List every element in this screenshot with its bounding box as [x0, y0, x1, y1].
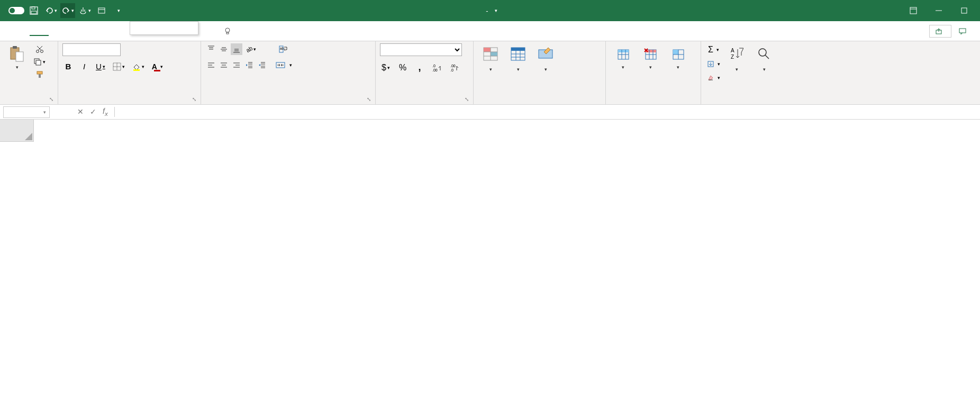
- tab-file[interactable]: [11, 27, 30, 35]
- comment-icon: [959, 28, 966, 35]
- autosave-toggle[interactable]: [5, 7, 24, 14]
- svg-rect-23: [39, 74, 41, 78]
- orientation-button[interactable]: ab▾: [243, 43, 258, 55]
- minimize-button[interactable]: [928, 3, 949, 18]
- align-bottom-button[interactable]: [231, 43, 242, 55]
- svg-text:ab: ab: [280, 47, 284, 50]
- merge-center-button[interactable]: ▾: [274, 59, 294, 71]
- delete-cells-button[interactable]: ▾: [638, 43, 663, 72]
- select-all-corner[interactable]: [0, 120, 34, 142]
- redo-dropdown-menu: [130, 21, 198, 35]
- format-as-table-button[interactable]: ▾: [505, 43, 531, 75]
- bold-button[interactable]: B: [62, 60, 74, 72]
- clear-button[interactable]: ▾: [705, 72, 722, 84]
- svg-rect-10: [226, 32, 229, 34]
- name-box[interactable]: ▾: [3, 106, 50, 118]
- svg-text:.00: .00: [450, 64, 456, 68]
- svg-rect-8: [961, 8, 967, 13]
- decrease-indent-button[interactable]: [243, 59, 255, 71]
- borders-button[interactable]: ▾: [111, 61, 126, 72]
- conditional-formatting-button[interactable]: ▾: [478, 43, 503, 75]
- group-label-styles: [478, 101, 601, 103]
- svg-point-17: [40, 50, 43, 53]
- percent-format-button[interactable]: %: [397, 61, 409, 74]
- formula-bar: ▾ ✕ ✓ fx: [0, 105, 980, 120]
- tell-me-search[interactable]: [223, 27, 236, 35]
- svg-line-19: [37, 46, 41, 50]
- format-painter-button[interactable]: [32, 69, 47, 80]
- svg-text:.0: .0: [450, 68, 453, 72]
- increase-decimal-button[interactable]: .0.00: [431, 62, 443, 74]
- customize-qat-icon[interactable]: [94, 3, 109, 18]
- qat-more-icon[interactable]: ▾: [111, 3, 126, 18]
- find-icon: [756, 46, 773, 62]
- title-dropdown-icon[interactable]: ▾: [495, 8, 497, 13]
- dropdown-item-cancel[interactable]: [130, 30, 198, 34]
- autosum-button[interactable]: Σ▾: [705, 43, 722, 56]
- group-label-alignment: ⤡: [205, 101, 371, 103]
- increase-indent-button[interactable]: [256, 59, 268, 71]
- launcher-icon[interactable]: ⤡: [465, 96, 469, 102]
- delete-icon: [642, 46, 659, 62]
- lightbulb-icon: [223, 27, 232, 35]
- italic-button[interactable]: I: [78, 60, 90, 72]
- launcher-icon[interactable]: ⤡: [367, 96, 371, 102]
- tab-insert[interactable]: [49, 27, 68, 35]
- group-label-number: ⤡: [380, 101, 469, 103]
- align-top-button[interactable]: [205, 43, 217, 55]
- share-button[interactable]: [929, 25, 951, 38]
- comma-format-button[interactable]: ,: [414, 60, 425, 75]
- align-center-button[interactable]: [218, 59, 230, 71]
- insert-cells-button[interactable]: ▾: [610, 43, 636, 72]
- fill-color-button[interactable]: ▾: [131, 61, 146, 72]
- enter-formula-button[interactable]: ✓: [90, 107, 96, 116]
- launcher-icon[interactable]: ⤡: [192, 96, 196, 102]
- fill-button[interactable]: ▾: [705, 58, 722, 70]
- formula-input[interactable]: [115, 111, 980, 113]
- format-icon: [669, 46, 686, 62]
- cut-button[interactable]: [32, 43, 47, 55]
- svg-line-18: [38, 46, 42, 50]
- align-middle-button[interactable]: [218, 43, 230, 55]
- align-right-button[interactable]: [231, 59, 242, 71]
- svg-rect-64: [484, 48, 491, 52]
- svg-rect-28: [154, 70, 160, 71]
- redo-button[interactable]: ▾: [60, 3, 75, 18]
- sort-filter-button[interactable]: AZ ▾: [724, 43, 749, 75]
- svg-rect-77: [618, 50, 629, 52]
- tab-layout[interactable]: [68, 27, 98, 35]
- comments-button[interactable]: [954, 25, 975, 37]
- dropdown-item-clear[interactable]: [130, 22, 198, 26]
- tab-formulas[interactable]: [98, 27, 117, 35]
- cell-styles-icon: [537, 46, 554, 62]
- format-cells-button[interactable]: ▾: [665, 43, 691, 72]
- find-select-button[interactable]: ▾: [751, 43, 777, 75]
- launcher-icon[interactable]: ⤡: [49, 96, 53, 102]
- touch-mode-icon[interactable]: ▾: [77, 3, 92, 18]
- copy-button[interactable]: ▾: [32, 56, 47, 68]
- font-name-selector[interactable]: [62, 43, 121, 56]
- svg-rect-2: [31, 11, 37, 14]
- undo-button[interactable]: ▾: [43, 3, 58, 18]
- ribbon-display-icon[interactable]: [903, 3, 924, 18]
- save-icon[interactable]: [26, 3, 41, 18]
- accounting-format-button[interactable]: $▾: [380, 61, 392, 74]
- maximize-button[interactable]: [954, 3, 975, 18]
- wrap-text-button[interactable]: ab: [274, 43, 294, 55]
- svg-rect-21: [36, 60, 41, 65]
- svg-text:.00: .00: [432, 68, 438, 72]
- dropdown-item-clear[interactable]: [130, 26, 198, 30]
- paste-button[interactable]: ▾: [4, 43, 30, 72]
- svg-rect-3: [98, 8, 105, 13]
- svg-text:A: A: [731, 48, 734, 53]
- number-format-selector[interactable]: [380, 43, 462, 56]
- tab-home[interactable]: [30, 26, 49, 36]
- decrease-decimal-button[interactable]: .00.0: [449, 62, 461, 74]
- align-left-button[interactable]: [205, 59, 217, 71]
- svg-text:Z: Z: [731, 54, 734, 60]
- cell-styles-button[interactable]: ▾: [533, 43, 558, 75]
- fx-button[interactable]: fx: [103, 107, 108, 117]
- underline-button[interactable]: U▾: [94, 60, 107, 72]
- font-color-button[interactable]: A▾: [150, 61, 165, 72]
- cancel-formula-button[interactable]: ✕: [77, 107, 84, 116]
